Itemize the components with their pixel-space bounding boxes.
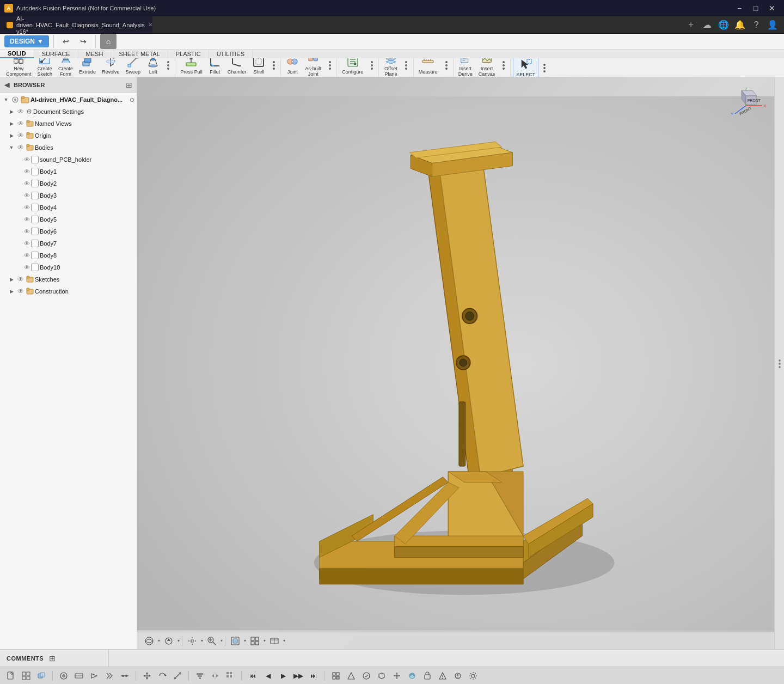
pb-utility-2[interactable] — [345, 669, 358, 682]
tree-doc-settings[interactable]: ▶ 👁 ⚙ Document Settings — [0, 106, 137, 118]
pb-utility-5[interactable] — [390, 669, 403, 682]
tab-close-button[interactable]: ✕ — [148, 21, 152, 29]
pb-settings-button[interactable] — [467, 669, 480, 682]
pb-utility-1[interactable] — [329, 669, 342, 682]
body3-check[interactable] — [31, 192, 39, 199]
tree-body7[interactable]: ▶ 👁 Body7 — [0, 237, 137, 249]
undo-button[interactable]: ↩ — [58, 34, 74, 49]
create-sketch-button[interactable]: CreateSketch — [35, 58, 56, 77]
body5-check[interactable] — [31, 216, 39, 223]
tree-body3[interactable]: ▶ 👁 Body3 — [0, 190, 137, 201]
pb-utility-6[interactable] — [406, 669, 419, 682]
tree-body6[interactable]: ▶ 👁 Body6 — [0, 225, 137, 237]
pb-icon-2[interactable] — [72, 669, 85, 682]
tree-named-views[interactable]: ▶ 👁 Named Views — [0, 118, 137, 130]
body2-check[interactable] — [31, 180, 39, 187]
tab-utilities[interactable]: UTILITIES — [209, 50, 253, 58]
pb-next-button[interactable]: ▶▶ — [292, 669, 305, 682]
tree-construction[interactable]: ▶ 👁 Construction — [0, 285, 137, 297]
pb-utility-4[interactable] — [375, 669, 388, 682]
zoom-button[interactable] — [204, 634, 219, 648]
bodies-vis[interactable]: 👁 — [16, 143, 25, 152]
fit-view-button[interactable] — [228, 634, 243, 648]
pb-move-button[interactable] — [140, 669, 154, 682]
comments-expand-icon[interactable]: ⊞ — [49, 654, 56, 663]
browser-button[interactable]: 🌐 — [716, 18, 731, 32]
construction-expand[interactable]: ▶ — [8, 288, 15, 295]
tab-plastic[interactable]: PLASTIC — [168, 50, 209, 58]
tree-body10[interactable]: ▶ 👁 Body10 — [0, 261, 137, 273]
select-more-button[interactable] — [539, 58, 550, 77]
pb-icon-4[interactable] — [103, 669, 116, 682]
pb-utility-8[interactable] — [436, 669, 449, 682]
viewport[interactable]: X Z Y FRONT FRONT ▾ ▾ — [137, 77, 774, 649]
tab-sheet-metal[interactable]: SHEET METAL — [111, 50, 168, 58]
grid-arrow[interactable]: ▾ — [264, 638, 266, 643]
tab-solid[interactable]: SOLID — [0, 50, 34, 58]
body4-check[interactable] — [31, 204, 39, 211]
loft-button[interactable]: Loft — [144, 58, 162, 77]
playback-file-button[interactable] — [4, 669, 17, 682]
pb-align-button[interactable] — [193, 669, 206, 682]
new-component-button[interactable]: NewComponent — [3, 58, 34, 77]
inspect-more-button[interactable] — [441, 58, 452, 77]
configure-button[interactable]: Configure — [339, 58, 366, 77]
pb-icon-3[interactable] — [88, 669, 101, 682]
tree-origin[interactable]: ▶ 👁 Origin — [0, 130, 137, 142]
joint-button[interactable]: Joint — [283, 58, 302, 77]
chamfer-button[interactable]: Chamfer — [225, 58, 249, 77]
tree-bodies[interactable]: ▼ 👁 Bodies — [0, 142, 137, 154]
as-built-joint-button[interactable]: As-builtJoint — [302, 58, 324, 77]
tab-mesh[interactable]: MESH — [78, 50, 112, 58]
fillet-button[interactable]: Fillet — [206, 58, 224, 77]
zoom-arrow[interactable]: ▾ — [220, 638, 223, 643]
construction-vis[interactable]: 👁 — [16, 287, 25, 296]
assemble-more-button[interactable] — [324, 58, 335, 77]
configure-more-button[interactable] — [366, 58, 377, 77]
pb-prev-button[interactable]: ◀ — [261, 669, 274, 682]
body10-vis-icon[interactable]: 👁 — [24, 264, 30, 271]
offset-plane-button[interactable]: OffsetPlane — [382, 58, 400, 77]
browser-options-icon[interactable]: ⊞ — [126, 81, 132, 89]
doc-settings-expand[interactable]: ▶ — [8, 108, 15, 115]
pb-last-button[interactable]: ⏭ — [307, 669, 320, 682]
body7-check[interactable] — [31, 240, 39, 247]
body8-vis-icon[interactable]: 👁 — [24, 252, 30, 259]
look-arrow[interactable]: ▾ — [177, 638, 180, 643]
pb-icon-5[interactable] — [118, 669, 131, 682]
pan-arrow[interactable]: ▾ — [201, 638, 203, 643]
tree-body4[interactable]: ▶ 👁 Body4 — [0, 201, 137, 213]
active-tab[interactable]: AI-driven_HVAC_Fault_Diagnosis_Sound_Ana… — [0, 16, 152, 33]
help-button[interactable]: ? — [749, 18, 763, 32]
bodies-expand[interactable]: ▼ — [8, 144, 15, 151]
body7-vis-icon[interactable]: 👁 — [24, 240, 30, 247]
extrude-button[interactable]: Extrude — [76, 58, 99, 77]
pb-scale-button[interactable] — [171, 669, 184, 682]
notifications-button[interactable]: 🔔 — [733, 18, 747, 32]
display-arrow[interactable]: ▾ — [283, 638, 285, 643]
doc-settings-vis[interactable]: 👁 — [16, 107, 25, 116]
home-button[interactable]: ⌂ — [100, 34, 117, 49]
right-panel-handle[interactable] — [774, 77, 784, 649]
pb-rotate-button[interactable] — [156, 669, 169, 682]
fit-arrow[interactable]: ▾ — [244, 638, 246, 643]
body2-vis-icon[interactable]: 👁 — [24, 180, 30, 187]
body6-vis-icon[interactable]: 👁 — [24, 228, 30, 235]
tree-sound-pcb-holder[interactable]: ▶ 👁 sound_PCB_holder — [0, 154, 137, 166]
origin-expand[interactable]: ▶ — [8, 132, 15, 139]
comments-panel[interactable]: COMMENTS ⊞ — [0, 650, 109, 667]
body3-vis-icon[interactable]: 👁 — [24, 192, 30, 199]
body5-vis-icon[interactable]: 👁 — [24, 216, 30, 223]
redo-button[interactable]: ↪ — [76, 34, 91, 49]
tree-body1[interactable]: ▶ 👁 Body1 — [0, 166, 137, 178]
tree-body2[interactable]: ▶ 👁 Body2 — [0, 178, 137, 190]
pb-array-button[interactable] — [224, 669, 237, 682]
tree-root-item[interactable]: ▼ AI-driven_HVAC_Fault_Diagno... ⊙ — [0, 94, 137, 106]
root-expand-icon[interactable]: ▼ — [2, 96, 10, 103]
pb-icon-1[interactable] — [57, 669, 70, 682]
body1-check[interactable] — [31, 168, 39, 175]
pan-up-button[interactable] — [161, 634, 176, 648]
playback-3d-button[interactable] — [35, 669, 48, 682]
construct-more-button[interactable] — [401, 58, 412, 77]
pb-mirror-button[interactable] — [209, 669, 222, 682]
